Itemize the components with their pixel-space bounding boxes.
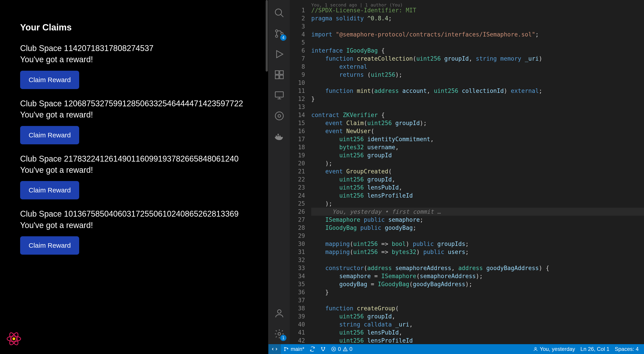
claim-reward-button[interactable]: Claim Reward xyxy=(20,126,79,144)
line-number: 26 xyxy=(290,208,305,216)
svg-rect-22 xyxy=(278,134,279,135)
code-line[interactable]: uint256 lensPubId, xyxy=(311,183,644,192)
code-line[interactable]: } xyxy=(311,95,644,103)
gitlens-icon[interactable] xyxy=(273,110,286,122)
claim-reward-text: You've got a reward! xyxy=(20,54,248,65)
claim-reward-text: You've got a reward! xyxy=(20,164,248,176)
settings-icon[interactable]: 1 xyxy=(273,327,286,340)
code-line[interactable]: uint256 lensPubId, xyxy=(311,328,644,336)
indentation-status[interactable]: Spaces: 4 xyxy=(612,346,641,352)
cursor-position[interactable]: Ln 26, Col 1 xyxy=(578,346,612,352)
code-line[interactable] xyxy=(311,79,644,87)
svg-rect-11 xyxy=(280,71,283,74)
code-line[interactable]: external xyxy=(311,63,644,71)
line-number: 35 xyxy=(290,280,305,288)
claims-title: Your Claims xyxy=(20,22,248,33)
line-number: 31 xyxy=(290,248,305,256)
code-line[interactable]: You, yesterday • first commit … xyxy=(311,208,644,216)
code-line[interactable]: ); xyxy=(311,200,644,208)
code-line[interactable]: event Claim(uint256 groupId); xyxy=(311,119,644,127)
claim-reward-button[interactable]: Claim Reward xyxy=(20,181,79,199)
svg-point-35 xyxy=(345,350,345,350)
code-line[interactable]: function createCollection(uint256 groupI… xyxy=(311,55,644,63)
search-icon[interactable] xyxy=(273,7,286,19)
code-line[interactable]: bytes32 username, xyxy=(311,143,644,151)
code-line[interactable]: event NewUser( xyxy=(311,127,644,135)
code-line[interactable]: mapping(uint256 => bytes32) public users… xyxy=(311,248,644,256)
code-line[interactable]: contract ZKVerifier { xyxy=(311,111,644,119)
code-line[interactable]: constructor(address semaphoreAddress, ad… xyxy=(311,264,644,272)
code-line[interactable] xyxy=(311,232,644,240)
run-debug-icon[interactable] xyxy=(273,48,286,60)
svg-point-6 xyxy=(276,30,278,32)
code-content[interactable]: You, 1 second ago | 1 author (You)//SPDX… xyxy=(311,0,644,344)
line-number: 4 xyxy=(290,31,305,39)
code-line[interactable]: import "@semaphore-protocol/contracts/in… xyxy=(311,31,644,39)
code-line[interactable]: uint256 identityCommitment, xyxy=(311,135,644,143)
sync-button[interactable] xyxy=(307,346,318,352)
line-number: 36 xyxy=(290,288,305,296)
line-number: 25 xyxy=(290,200,305,208)
code-line[interactable]: //SPDX-License-Identifier: MIT xyxy=(311,6,644,14)
code-line[interactable]: string calldata _uri, xyxy=(311,320,644,328)
code-line[interactable]: ISemaphore public semaphore; xyxy=(311,216,644,224)
blame-status[interactable]: You, yesterday xyxy=(530,346,578,352)
code-line[interactable]: function createGroup( xyxy=(311,304,644,312)
source-control-icon[interactable]: 4 xyxy=(273,27,286,40)
claim-name: Club Space 10136758504060317255061024086… xyxy=(20,208,248,219)
line-number: 41 xyxy=(290,328,305,336)
svg-point-26 xyxy=(284,350,285,351)
line-number: 38 xyxy=(290,304,305,312)
code-line[interactable]: returns (uint256); xyxy=(311,71,644,79)
code-line[interactable] xyxy=(311,296,644,304)
app-panel: Your Claims Club Space 11420718317808274… xyxy=(0,0,268,354)
branch-status[interactable]: main* xyxy=(281,346,307,352)
code-editor[interactable]: 1234567891011121314151617181920212223242… xyxy=(290,0,644,344)
code-line[interactable]: goodyBag = IGoodyBag(goodyBagAddress); xyxy=(311,280,644,288)
claim-reward-button[interactable]: Claim Reward xyxy=(20,236,79,255)
svg-point-18 xyxy=(278,115,281,117)
code-line[interactable] xyxy=(311,39,644,47)
svg-rect-10 xyxy=(275,71,279,74)
line-number: 2 xyxy=(290,14,305,22)
code-line[interactable]: event GroupCreated( xyxy=(311,167,644,175)
line-number: 20 xyxy=(290,159,305,167)
scrollbar[interactable] xyxy=(266,0,268,72)
claim-item: Club Space 12068753275991285063325464444… xyxy=(20,98,248,144)
code-line[interactable]: mapping(uint256 => bool) public groupIds… xyxy=(311,240,644,248)
svg-rect-20 xyxy=(278,136,279,137)
claim-item: Club Space 10136758504060317255061024086… xyxy=(20,208,248,255)
code-line[interactable] xyxy=(311,22,644,31)
remote-button[interactable] xyxy=(268,344,281,354)
code-line[interactable]: pragma solidity ^0.8.4; xyxy=(311,14,644,22)
git-graph-button[interactable] xyxy=(318,346,328,352)
codelens[interactable]: You, 1 second ago | 1 author (You) xyxy=(311,1,644,6)
code-line[interactable]: uint256 lensProfileId xyxy=(311,192,644,200)
code-line[interactable]: ); xyxy=(311,159,644,167)
code-line[interactable]: } xyxy=(311,288,644,296)
extensions-icon[interactable] xyxy=(273,69,286,81)
code-line[interactable]: IGoodyBag public goodyBag; xyxy=(311,224,644,232)
remote-explorer-icon[interactable] xyxy=(273,89,286,102)
line-gutter: 1234567891011121314151617181920212223242… xyxy=(290,0,311,344)
code-line[interactable]: semaphore = ISemaphore(semaphoreAddress)… xyxy=(311,272,644,280)
svg-point-4 xyxy=(275,9,282,15)
problems-status[interactable]: 0 0 xyxy=(328,346,355,352)
code-line[interactable]: function mint(address account, uint256 c… xyxy=(311,87,644,95)
claim-name: Club Space 12068753275991285063325464444… xyxy=(20,98,248,109)
code-line[interactable] xyxy=(311,103,644,111)
account-icon[interactable] xyxy=(273,307,286,319)
atom-logo-icon xyxy=(5,330,23,348)
claim-item: Club Space 21783224126149011609919378266… xyxy=(20,153,248,200)
line-number: 32 xyxy=(290,256,305,264)
claim-reward-button[interactable]: Claim Reward xyxy=(20,71,79,89)
code-line[interactable]: uint256 lensProfileId xyxy=(311,336,644,344)
inline-blame: You, yesterday • first commit … xyxy=(311,208,441,215)
code-line[interactable]: uint256 groupId, xyxy=(311,175,644,183)
claim-name: Club Space 21783224126149011609919378266… xyxy=(20,153,248,164)
code-line[interactable]: uint256 groupId xyxy=(311,151,644,159)
code-line[interactable]: uint256 groupId, xyxy=(311,312,644,320)
code-line[interactable] xyxy=(311,256,644,264)
docker-icon[interactable] xyxy=(273,130,286,143)
code-line[interactable]: interface IGoodyBag { xyxy=(311,47,644,55)
